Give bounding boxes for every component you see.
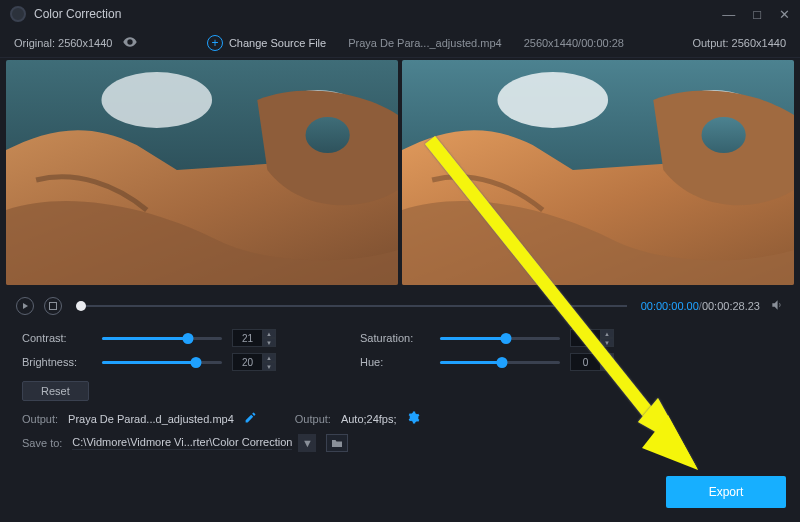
- open-folder-button[interactable]: [326, 434, 348, 452]
- save-to-path: C:\Vidmore\Vidmore Vi...rter\Color Corre…: [72, 436, 292, 450]
- saturation-step-up[interactable]: ▲: [600, 329, 614, 338]
- saturation-value: 1: [570, 329, 600, 347]
- export-button[interactable]: Export: [666, 476, 786, 508]
- preview-toggle-icon[interactable]: [122, 34, 138, 52]
- saturation-step-down[interactable]: ▼: [600, 338, 614, 347]
- svg-point-3: [306, 117, 350, 153]
- timeline-slider[interactable]: [76, 305, 627, 307]
- file-meta: 2560x1440/00:00:28: [524, 37, 624, 49]
- edit-name-icon[interactable]: [244, 411, 257, 426]
- original-resolution-label: Original: 2560x1440: [14, 37, 112, 49]
- output-settings-icon[interactable]: [407, 411, 420, 426]
- brightness-value-box[interactable]: 20 ▲▼: [232, 353, 280, 371]
- hue-value: 0: [570, 353, 600, 371]
- stop-button[interactable]: [44, 297, 62, 315]
- hue-step-up[interactable]: ▲: [600, 353, 614, 362]
- brightness-label: Brightness:: [22, 356, 92, 368]
- hue-step-down[interactable]: ▼: [600, 362, 614, 371]
- contrast-value: 21: [232, 329, 262, 347]
- brightness-step-up[interactable]: ▲: [262, 353, 276, 362]
- original-preview: [6, 60, 398, 285]
- hue-slider[interactable]: [440, 361, 560, 364]
- contrast-step-down[interactable]: ▼: [262, 338, 276, 347]
- save-to-label: Save to:: [22, 437, 62, 449]
- add-icon[interactable]: +: [207, 35, 223, 51]
- titlebar: Color Correction — □ ✕: [0, 0, 800, 28]
- app-icon: [10, 6, 26, 22]
- slider-panel: Contrast: 21 ▲▼ Saturation: 1 ▲▼ Brightn…: [0, 321, 800, 405]
- brightness-slider[interactable]: [102, 361, 222, 364]
- reset-button[interactable]: Reset: [22, 381, 89, 401]
- contrast-label: Contrast:: [22, 332, 92, 344]
- adjusted-preview: [402, 60, 794, 285]
- contrast-value-box[interactable]: 21 ▲▼: [232, 329, 280, 347]
- brightness-step-down[interactable]: ▼: [262, 362, 276, 371]
- contrast-slider[interactable]: [102, 337, 222, 340]
- play-button[interactable]: [16, 297, 34, 315]
- time-display: 00:00:00.00/00:00:28.23: [641, 300, 760, 312]
- svg-point-1: [101, 72, 212, 128]
- hue-label: Hue:: [360, 356, 430, 368]
- output-resolution-label: Output: 2560x1440: [692, 37, 786, 49]
- header-bar: Original: 2560x1440 + Change Source File…: [0, 28, 800, 58]
- app-title: Color Correction: [34, 7, 121, 21]
- saturation-value-box[interactable]: 1 ▲▼: [570, 329, 618, 347]
- saturation-slider[interactable]: [440, 337, 560, 340]
- total-time: 00:00:28.23: [702, 300, 760, 312]
- save-to-dropdown[interactable]: ▼: [298, 434, 316, 452]
- window-controls: — □ ✕: [722, 7, 790, 22]
- timeline-handle[interactable]: [76, 301, 86, 311]
- change-source-button[interactable]: Change Source File: [229, 37, 326, 49]
- hue-value-box[interactable]: 0 ▲▼: [570, 353, 618, 371]
- save-to-row: Save to: C:\Vidmore\Vidmore Vi...rter\Co…: [0, 426, 800, 452]
- playback-bar: 00:00:00.00/00:00:28.23: [0, 291, 800, 321]
- output-format-label: Output:: [295, 413, 331, 425]
- export-label: Export: [709, 485, 744, 499]
- volume-icon[interactable]: [770, 298, 784, 314]
- svg-point-7: [702, 117, 746, 153]
- file-name: Praya De Para..._adjusted.mp4: [348, 37, 501, 49]
- output-name-row: Output: Praya De Parad...d_adjusted.mp4 …: [0, 405, 800, 426]
- output-name-value: Praya De Parad...d_adjusted.mp4: [68, 413, 234, 425]
- close-button[interactable]: ✕: [779, 7, 790, 22]
- minimize-button[interactable]: —: [722, 7, 735, 22]
- saturation-label: Saturation:: [360, 332, 430, 344]
- output-format-value: Auto;24fps;: [341, 413, 397, 425]
- output-name-label: Output:: [22, 413, 58, 425]
- maximize-button[interactable]: □: [753, 7, 761, 22]
- preview-row: [0, 58, 800, 287]
- contrast-step-up[interactable]: ▲: [262, 329, 276, 338]
- brightness-value: 20: [232, 353, 262, 371]
- svg-point-5: [497, 72, 608, 128]
- current-time: 00:00:00.00: [641, 300, 699, 312]
